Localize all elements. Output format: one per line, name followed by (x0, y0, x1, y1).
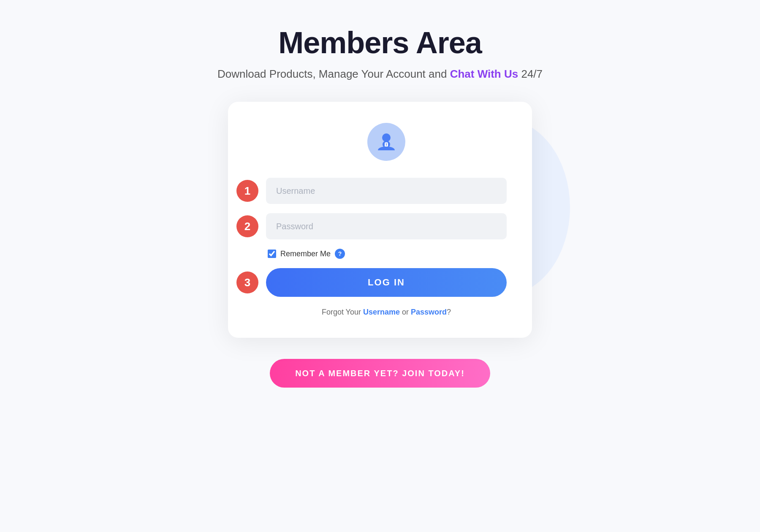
user-avatar (367, 123, 405, 161)
page-title: Members Area (278, 25, 482, 60)
username-row: 1 (266, 178, 507, 204)
password-input[interactable] (266, 213, 507, 239)
forgot-text-middle: or (400, 308, 411, 316)
step-1-badge: 1 (236, 180, 258, 202)
forgot-username-link[interactable]: Username (363, 308, 400, 316)
forgot-text-before: Forgot Your (322, 308, 363, 316)
step-3-badge: 3 (236, 271, 258, 293)
help-icon[interactable]: ? (335, 249, 345, 259)
forgot-password-link[interactable]: Password (411, 308, 447, 316)
card-wrapper: 1 2 Remember Me ? 3 LOG IN Forgot Your U… (215, 102, 545, 338)
login-button[interactable]: LOG IN (266, 268, 507, 297)
forgot-text-after: ? (447, 308, 451, 316)
svg-point-3 (386, 144, 387, 146)
password-row: 2 (266, 213, 507, 239)
subtitle-text-before: Download Products, Manage Your Account a… (217, 68, 447, 80)
chat-with-us-link[interactable]: Chat With Us (450, 68, 518, 80)
login-row: 3 LOG IN (266, 268, 507, 297)
step-2-badge: 2 (236, 215, 258, 237)
subtitle-247: 24/7 (521, 68, 543, 80)
login-card: 1 2 Remember Me ? 3 LOG IN Forgot Your U… (228, 102, 532, 338)
remember-me-row: Remember Me ? (266, 249, 507, 259)
forgot-line: Forgot Your Username or Password? (322, 308, 451, 317)
user-icon (375, 131, 397, 153)
subtitle: Download Products, Manage Your Account a… (217, 68, 543, 81)
remember-me-label: Remember Me (280, 250, 331, 258)
remember-me-checkbox[interactable] (268, 250, 276, 258)
username-input[interactable] (266, 178, 507, 204)
join-button[interactable]: NOT A MEMBER YET? JOIN TODAY! (270, 359, 490, 388)
